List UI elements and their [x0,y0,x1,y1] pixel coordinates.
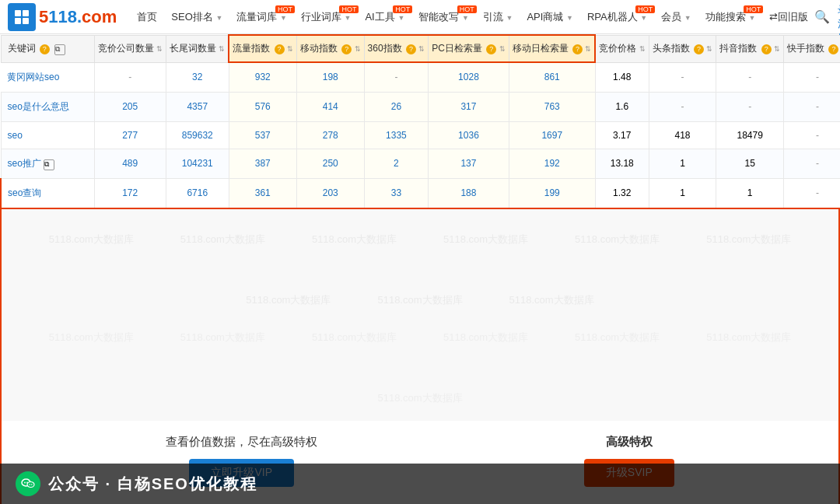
value-link[interactable]: 137 [460,158,476,169]
table-cell-comp_count: 205 [94,92,166,121]
value-link[interactable]: 192 [544,158,560,169]
value-link[interactable]: 188 [460,187,476,198]
keyword-link[interactable]: 黄冈网站seo [7,72,59,82]
question-icon[interactable]: ? [694,44,704,54]
value-link[interactable]: 361 [255,187,271,198]
keyword-link[interactable]: seo查询 [8,187,41,198]
value-link[interactable]: 1028 [458,72,479,82]
logo[interactable]: 5118.com [8,3,117,31]
table-cell-mobile_daily: 192 [509,149,595,178]
keyword-link[interactable]: seo推广 [8,158,41,169]
nav-rewrite[interactable]: 智能改写 HOT▼ [412,7,475,27]
table-row: seo是什么意思2054357576414263177631.6----- [1,92,840,121]
sort-icon[interactable]: ⇅ [774,45,780,53]
value-link[interactable]: 1036 [458,130,479,141]
sort-icon[interactable]: ⇅ [639,45,646,53]
value-link[interactable]: 1697 [541,130,562,141]
value-link[interactable]: 104231 [182,158,213,169]
nav-traffic[interactable]: 流量词库 HOT▼ [230,7,293,27]
table-cell-kuaishou: - [784,92,840,121]
hot-badge: HOT [339,5,359,13]
table-cell-flow_idx: 537 [229,121,296,149]
question-icon[interactable]: ? [486,44,496,54]
th-mobile-idx: 移动指数 ? ⇅ [296,35,364,62]
th-douyin: 抖音指数 ? ⇅ [716,35,784,62]
table-cell-pc_daily: 137 [429,149,509,178]
value-link[interactable]: 32 [192,72,202,82]
hot-badge: HOT [635,5,655,13]
table-cell-mobile_idx: 414 [296,92,364,121]
value-link[interactable]: 861 [544,72,560,82]
keyword-link[interactable]: seo是什么意思 [8,101,69,112]
nav-api[interactable]: API商城 ▼ [520,7,579,27]
value-link[interactable]: 537 [255,130,271,141]
value-link[interactable]: 1335 [386,130,407,141]
nav-ai[interactable]: AI工具 HOT▼ [359,7,411,27]
table-cell-keyword: seo查询 [1,178,94,208]
search-icon[interactable]: 🔍 [814,9,830,24]
nav-member[interactable]: 会员 ▼ [655,7,698,27]
value-link[interactable]: 932 [255,72,271,82]
sort-icon[interactable]: ⇅ [156,45,163,53]
table-cell-long_tail: 32 [166,62,229,92]
value-link[interactable]: 6716 [187,187,208,198]
value-link[interactable]: 250 [323,158,338,169]
value-link[interactable]: 203 [323,187,338,198]
hot-badge: HOT [275,5,295,13]
table-cell-comp_count: 277 [94,121,166,149]
nav-industry[interactable]: 行业词库 HOT▼ [295,7,358,27]
question-icon[interactable]: ? [572,44,583,54]
keyword-link[interactable]: seo [8,130,23,141]
value-link[interactable]: 4357 [187,101,208,112]
question-icon[interactable]: ? [761,44,772,54]
value-link[interactable]: 414 [323,101,338,112]
question-icon[interactable]: ? [40,44,50,54]
value-link[interactable]: 489 [122,158,138,169]
nav-search[interactable]: 功能搜索 HOT▼ [699,7,762,27]
sort-icon[interactable]: ⇅ [706,45,712,53]
copy-icon[interactable]: ⧉ [54,44,65,55]
sort-icon[interactable]: ⇅ [585,45,591,53]
sort-icon[interactable]: ⇅ [355,45,361,53]
copy-icon[interactable]: ⧉ [44,159,54,170]
svg-rect-1 [23,10,29,16]
sort-icon[interactable]: ⇅ [219,45,225,53]
value-link[interactable]: 205 [122,101,138,112]
nav-seo[interactable]: SEO排名 ▼ [165,7,229,27]
value-link[interactable]: 199 [544,187,560,198]
question-icon[interactable]: ? [341,44,352,54]
value-link[interactable]: 26 [391,101,401,112]
table-cell-mobile_idx: 278 [296,121,364,149]
svg-point-5 [27,482,34,488]
chevron-down-icon: ▼ [345,14,352,22]
table-cell-toutiao: - [649,92,716,121]
nav-home[interactable]: 首页 [131,7,163,27]
value-link[interactable]: 198 [323,72,338,82]
value-link[interactable]: 33 [391,187,401,198]
value-link[interactable]: 859632 [182,130,213,141]
value-link[interactable]: 763 [544,101,560,112]
table-cell-mobile_idx: 198 [296,62,364,92]
nav-rpa[interactable]: RPA机器人 HOT▼ [581,7,653,27]
chevron-down-icon: ▼ [684,14,691,22]
value-link[interactable]: 387 [255,158,271,169]
question-icon[interactable]: ? [828,44,838,54]
value-link[interactable]: 172 [122,187,138,198]
value-link[interactable]: 277 [122,130,138,141]
value-link[interactable]: 278 [323,130,338,141]
value-link[interactable]: 576 [255,101,271,112]
keyword-table: 关键词 ? ⧉ 竞价公司数量 ⇅ 长尾词数量 ⇅ 流量指数 ? [0,34,840,209]
sort-icon[interactable]: ⇅ [418,45,425,53]
nav-old[interactable]: ⇄回旧版 [763,7,814,27]
table-cell-mobile_daily: 199 [509,178,595,208]
question-icon[interactable]: ? [275,44,285,54]
chevron-down-icon: ▼ [280,14,287,22]
value-link[interactable]: 2 [394,158,399,169]
value-link[interactable]: 317 [460,101,476,112]
nav-traffic2[interactable]: 引流 ▼ [477,7,520,27]
sort-icon[interactable]: ⇅ [499,45,506,53]
table-cell-idx360: 1335 [364,121,429,149]
question-icon[interactable]: ? [406,44,416,54]
sort-icon[interactable]: ⇅ [287,45,293,53]
th-360-idx: 360指数 ? ⇅ [364,35,429,62]
